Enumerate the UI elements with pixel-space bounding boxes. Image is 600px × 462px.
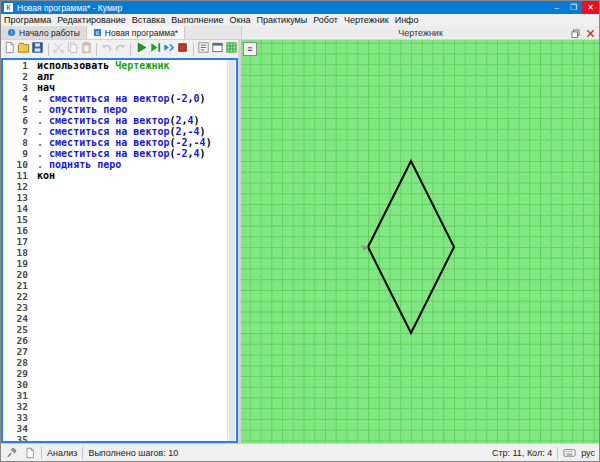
- line-number: 30: [3, 379, 35, 390]
- menu-item[interactable]: Инфо: [392, 14, 422, 26]
- line-number: 14: [3, 203, 35, 214]
- step-icon: [162, 40, 175, 58]
- tab-label: Новая программа*: [105, 28, 178, 38]
- maximize-button[interactable]: ❐: [565, 1, 582, 14]
- code-area[interactable]: использовать Чертежникалгнач. сместиться…: [35, 60, 227, 441]
- code-line: [35, 357, 227, 368]
- toolbar: [1, 40, 238, 58]
- show-window-button[interactable]: [210, 41, 224, 57]
- menu-item[interactable]: Робот: [310, 14, 341, 26]
- save-file-button[interactable]: [31, 41, 45, 57]
- line-number: 11: [3, 170, 35, 181]
- line-number: 9: [3, 148, 35, 159]
- minimize-button[interactable]: –: [548, 1, 565, 14]
- code-line: алг: [35, 71, 227, 82]
- code-line: . сместиться на вектор(-2,-4): [35, 137, 227, 148]
- show-field-button[interactable]: [224, 41, 238, 57]
- step-over-button[interactable]: [162, 41, 176, 57]
- drawer-pane: ≡: [241, 40, 599, 443]
- code-line: [35, 269, 227, 280]
- new-file-button[interactable]: [3, 41, 17, 57]
- drawer-dock-icon[interactable]: [569, 27, 582, 39]
- line-number: 27: [3, 346, 35, 357]
- menu-item[interactable]: Редактирование: [54, 14, 129, 26]
- tab-1[interactable]: КНовая программа*: [87, 26, 185, 39]
- keyboard-icon: [563, 446, 576, 459]
- toolbar-separator: [130, 43, 131, 56]
- drawer-canvas: ≡: [241, 40, 599, 443]
- menu-item[interactable]: Выполнение: [168, 14, 226, 26]
- undo-button[interactable]: [100, 41, 114, 57]
- line-number: 3: [3, 82, 35, 93]
- window-title: Новая программа* - Кумир: [17, 3, 548, 13]
- line-number: 28: [3, 357, 35, 368]
- code-line: . опустить перо: [35, 104, 227, 115]
- document-icon: [23, 446, 36, 459]
- copy-button[interactable]: [65, 41, 79, 57]
- line-number: 24: [3, 313, 35, 324]
- run-button[interactable]: [134, 41, 148, 57]
- kumir-icon: К: [93, 28, 102, 37]
- code-line: [35, 181, 227, 192]
- window-icon: [211, 40, 224, 58]
- line-number: 17: [3, 236, 35, 247]
- status-bar: Анализ Выполнено шагов: 10 Стр: 11, Кол:…: [1, 443, 599, 461]
- menu-item[interactable]: Окна: [227, 14, 254, 26]
- menu-bar: ПрограммаРедактированиеВставкаВыполнение…: [1, 14, 599, 26]
- line-number: 13: [3, 192, 35, 203]
- status-mode: Анализ: [47, 448, 77, 458]
- line-number: 5: [3, 104, 35, 115]
- line-number: 35: [3, 434, 35, 443]
- drawn-diamond: [368, 161, 454, 333]
- line-number: 34: [3, 423, 35, 434]
- floppy-icon: [31, 40, 44, 58]
- drawer-menu-button[interactable]: ≡: [243, 42, 257, 56]
- stop-button[interactable]: [176, 41, 190, 57]
- code-line: [35, 236, 227, 247]
- line-number: 12: [3, 181, 35, 192]
- scrollbar-thumb[interactable]: [229, 60, 235, 441]
- code-line: использовать Чертежник: [35, 60, 227, 71]
- menu-item[interactable]: Чертежник: [341, 14, 392, 26]
- paste-icon: [80, 40, 93, 58]
- code-line: [35, 379, 227, 390]
- line-number: 1: [3, 60, 35, 71]
- title-bar: К Новая программа* - Кумир – ❐ ✕: [1, 1, 599, 14]
- paste-button[interactable]: [79, 41, 93, 57]
- editor-scrollbar[interactable]: [227, 60, 236, 441]
- drawer-window-title: Чертежник: [398, 28, 443, 38]
- line-number: 23: [3, 302, 35, 313]
- status-keyboard-layout: рус: [581, 448, 595, 458]
- list-icon: [197, 40, 210, 58]
- menu-item[interactable]: Практикумы: [253, 14, 310, 26]
- close-button[interactable]: ✕: [582, 1, 599, 14]
- redo-button[interactable]: [114, 41, 128, 57]
- line-number: 32: [3, 401, 35, 412]
- status-cursor-position: Стр: 11, Кол: 4: [492, 448, 552, 458]
- code-line: нач: [35, 82, 227, 93]
- line-number: 4: [3, 93, 35, 104]
- run-step-button[interactable]: [148, 41, 162, 57]
- redo-icon: [114, 40, 127, 58]
- code-line: [35, 434, 227, 441]
- show-margin-button[interactable]: [197, 41, 211, 57]
- hammer-icon: [5, 446, 18, 459]
- scissors-icon: [52, 40, 65, 58]
- code-line: [35, 313, 227, 324]
- kumir-window: К Новая программа* - Кумир – ❐ ✕ Програм…: [0, 0, 600, 462]
- open-file-button[interactable]: [17, 41, 31, 57]
- tab-0[interactable]: iНачало работы: [1, 26, 87, 39]
- copy-icon: [66, 40, 79, 58]
- line-number: 26: [3, 335, 35, 346]
- grid-icon: [225, 40, 238, 58]
- menu-item[interactable]: Вставка: [129, 14, 168, 26]
- line-number: 10: [3, 159, 35, 170]
- code-line: . сместиться на вектор(-2,0): [35, 93, 227, 104]
- cut-button[interactable]: [51, 41, 65, 57]
- code-editor[interactable]: 1234567891011121314151617181920212223242…: [1, 58, 238, 443]
- status-steps: Выполнено шагов: 10: [88, 448, 178, 458]
- line-number: 33: [3, 412, 35, 423]
- left-pane: 1234567891011121314151617181920212223242…: [1, 40, 238, 443]
- menu-item[interactable]: Программа: [1, 14, 54, 26]
- drawer-close-icon[interactable]: [584, 27, 597, 39]
